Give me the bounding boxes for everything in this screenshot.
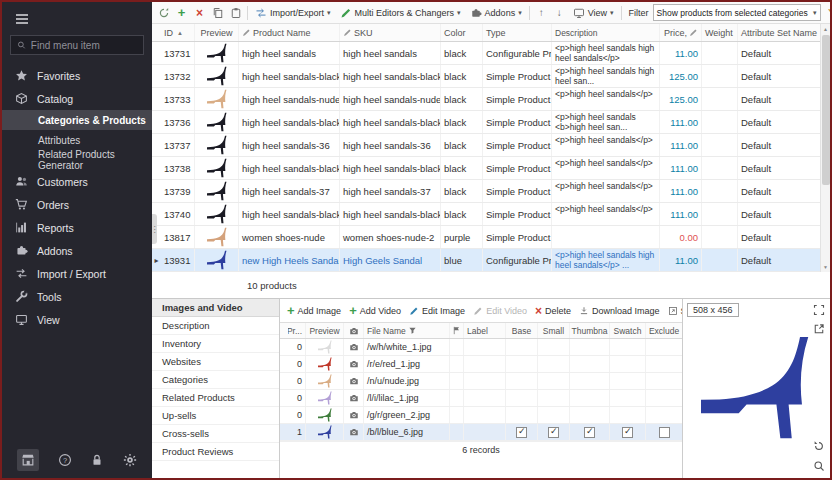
delete-image-button[interactable]: ×Delete (532, 305, 574, 317)
small-checkbox[interactable] (548, 427, 559, 438)
sidebar-item-import-export[interactable]: Import / Export (2, 262, 152, 285)
column-header-description[interactable]: Description (552, 24, 660, 41)
swatch-checkbox[interactable] (622, 342, 633, 353)
lock-button[interactable] (90, 453, 104, 467)
column-header-price[interactable]: Price, (660, 24, 702, 41)
product-row[interactable]: ▸ 13736 high heel sandals-black-36 high … (152, 111, 820, 134)
product-row[interactable]: ▸ 13731 high heel sandals high heel sand… (152, 42, 820, 65)
multi-editors-menu[interactable]: Multi Editors & Changers▾ (336, 4, 465, 22)
detail-tab[interactable]: Websites (152, 353, 279, 371)
sidebar-item-favorites[interactable]: Favorites (2, 64, 152, 87)
thumbnail-checkbox[interactable] (584, 410, 595, 421)
column-header-weight[interactable]: Weight (702, 24, 738, 41)
add-product-button[interactable]: + (173, 4, 190, 21)
image-row[interactable]: ▸ 0 /l/i/lilac_1.jpg (280, 390, 682, 407)
thumbnail-checkbox[interactable] (584, 342, 595, 353)
sidebar-item-related-products-generator[interactable]: Related Products Generator (2, 150, 152, 170)
detail-tab[interactable]: Description (152, 317, 279, 335)
sidebar-item-customers[interactable]: Customers (2, 170, 152, 193)
scroll-up-arrow[interactable]: ▲ (821, 24, 830, 34)
sidebar-item-attributes[interactable]: Attributes (2, 130, 152, 150)
rotate-button[interactable] (813, 440, 825, 452)
view-menu[interactable]: View▾ (569, 4, 618, 22)
search-input[interactable] (31, 40, 137, 51)
thumbnail-checkbox[interactable] (584, 359, 595, 370)
copy-button[interactable] (209, 4, 226, 21)
column-header-preview[interactable]: Preview (195, 24, 239, 41)
column-header-color[interactable]: Color (441, 24, 483, 41)
scrollbar-thumb[interactable] (822, 35, 830, 185)
small-checkbox[interactable] (548, 376, 559, 387)
settings-button[interactable] (123, 453, 137, 467)
small-checkbox[interactable] (548, 410, 559, 421)
exclude-checkbox[interactable] (659, 410, 670, 421)
column-header-media-type[interactable] (344, 323, 364, 338)
sidebar-item-orders[interactable]: Orders (2, 193, 152, 216)
store-button[interactable] (17, 449, 39, 471)
sidebar-item-addons[interactable]: Addons (2, 239, 152, 262)
base-checkbox[interactable] (516, 427, 527, 438)
product-row[interactable]: ▸ 13732 high heel sandals-black high hee… (152, 65, 820, 88)
download-image-button[interactable]: Download Image (576, 306, 663, 316)
sidebar-item-categories-products[interactable]: Categories & Products (2, 110, 152, 130)
product-row[interactable]: ▸ 13931 new High Heels Sandals High Geel… (152, 249, 820, 272)
vertical-scrollbar[interactable]: ▲ ▼ (820, 24, 830, 272)
product-row[interactable]: ▸ 13738 high heel sandals-black-37 high … (152, 157, 820, 180)
column-header-type[interactable]: Type (483, 24, 552, 41)
exclude-checkbox[interactable] (659, 342, 670, 353)
swatch-checkbox[interactable] (622, 393, 633, 404)
base-checkbox[interactable] (516, 359, 527, 370)
exclude-checkbox[interactable] (659, 427, 670, 438)
paste-button[interactable] (227, 4, 244, 21)
product-row[interactable]: ▸ 13733 high heel sandals-nude high heel… (152, 88, 820, 111)
thumbnail-checkbox[interactable] (584, 376, 595, 387)
edit-image-button[interactable]: Edit Image (406, 306, 468, 316)
product-row[interactable]: ▸ 13740 high heel sandals-black-38 high … (152, 203, 820, 226)
import-export-menu[interactable]: Import/Export▾ (251, 4, 335, 22)
detail-tab[interactable]: Up-sells (152, 407, 279, 425)
base-checkbox[interactable] (516, 342, 527, 353)
column-header-attribute-set[interactable]: Attribute Set Name (738, 24, 820, 41)
sidebar-item-reports[interactable]: Reports (2, 216, 152, 239)
swatch-checkbox[interactable] (622, 376, 633, 387)
base-checkbox[interactable] (516, 393, 527, 404)
small-checkbox[interactable] (548, 359, 559, 370)
thumbnail-checkbox[interactable] (584, 427, 595, 438)
column-header-thumbnail[interactable]: Thumbna (570, 323, 610, 338)
column-header-sku[interactable]: SKU (340, 24, 441, 41)
detail-tab[interactable]: Cross-sells (152, 425, 279, 443)
help-button[interactable] (58, 453, 72, 467)
exclude-checkbox[interactable] (659, 393, 670, 404)
swatch-checkbox[interactable] (622, 359, 633, 370)
column-header-file-name[interactable]: File Name (364, 323, 450, 338)
small-checkbox[interactable] (548, 342, 559, 353)
product-row[interactable]: ▸ 13737 high heel sandals-36 high heel s… (152, 134, 820, 157)
image-row[interactable]: ▸ 0 /n/u/nude.jpg (280, 373, 682, 390)
delete-product-button[interactable]: × (191, 4, 208, 21)
column-header-small[interactable]: Small (538, 323, 570, 338)
detail-tab[interactable]: Product Reviews (152, 443, 279, 461)
exclude-checkbox[interactable] (659, 359, 670, 370)
image-row[interactable]: ▸ 0 /g/r/green_2.jpg (280, 407, 682, 424)
column-header-product-name[interactable]: Product Name (239, 24, 340, 41)
category-filter-select[interactable]: Show products from selected categories▾ (653, 4, 821, 21)
exclude-checkbox[interactable] (659, 376, 670, 387)
detail-tab[interactable]: Images and Video (152, 299, 279, 317)
column-header-flag[interactable] (450, 323, 464, 338)
column-header-base[interactable]: Base (506, 323, 538, 338)
fullscreen-button[interactable] (813, 304, 825, 316)
zoom-button[interactable] (813, 460, 825, 472)
swatch-checkbox[interactable] (622, 427, 633, 438)
swatch-checkbox[interactable] (622, 410, 633, 421)
sort-desc-button[interactable]: ↓ (551, 4, 568, 21)
base-checkbox[interactable] (516, 410, 527, 421)
column-header-label[interactable]: Label (464, 323, 506, 338)
scroll-down-arrow[interactable]: ▼ (821, 262, 830, 272)
image-row[interactable]: ▸ 1 /b/l/blue_6.jpg (280, 424, 682, 441)
product-row[interactable]: ▸ 13817 women shoes-nude women shoes-nud… (152, 226, 820, 249)
sidebar-item-catalog[interactable]: Catalog (2, 87, 152, 110)
column-header-exclude[interactable]: Exclude (646, 323, 682, 338)
sidebar-item-tools[interactable]: Tools (2, 285, 152, 308)
column-header-id[interactable]: ID▲ (161, 24, 195, 41)
addons-menu[interactable]: Addons▾ (466, 4, 526, 22)
